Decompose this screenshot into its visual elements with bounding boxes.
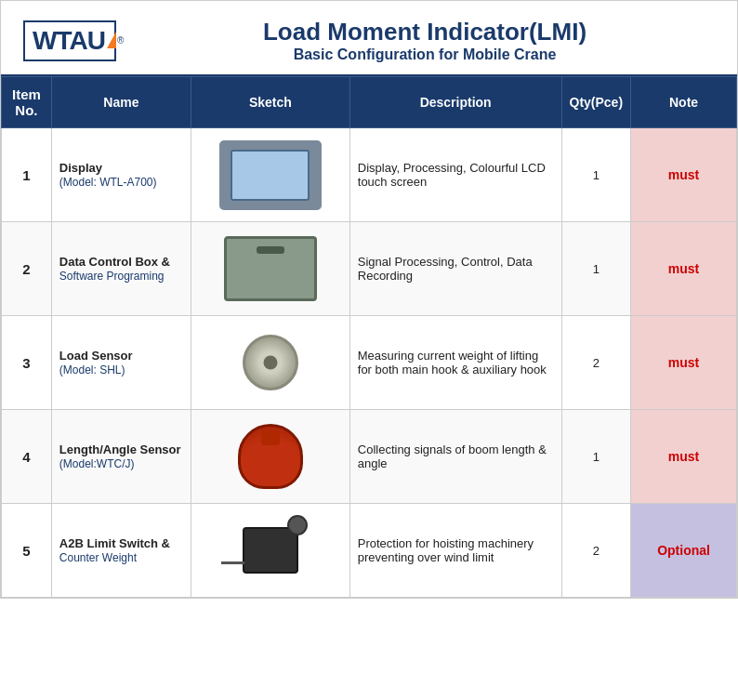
cell-name-model: (Model: WTL-A700) — [59, 176, 157, 189]
cell-sketch — [191, 128, 349, 222]
table-row: 2 Data Control Box & Software Programing — [2, 222, 737, 316]
cell-name: A2B Limit Switch & Counter Weight — [51, 504, 191, 598]
box-handle — [257, 246, 284, 254]
cell-note: must — [631, 316, 737, 410]
col-header-item: Item No. — [2, 77, 52, 128]
table-container: Item No. Name Sketch Description Qty(Pce… — [1, 76, 737, 598]
logo-triangle-icon — [107, 32, 116, 48]
logo-text: WTAU — [33, 26, 105, 56]
cell-note: must — [631, 410, 737, 504]
switch-shape — [219, 516, 322, 586]
cell-note: must — [631, 222, 737, 316]
cell-name-model: (Model:WTC/J) — [59, 457, 135, 470]
switch-ball — [287, 515, 308, 535]
cell-note: must — [631, 128, 737, 222]
table-header-row: Item No. Name Sketch Description Qty(Pce… — [2, 77, 737, 128]
cell-name-bold: Data Control Box & — [59, 255, 170, 269]
sketch-switch — [210, 513, 331, 588]
display-shape — [219, 140, 322, 210]
cell-description: Display, Processing, Colourful LCD touch… — [349, 128, 561, 222]
sensor-drum — [243, 335, 298, 390]
switch-wire — [221, 561, 244, 564]
logo-area: WTAU ® — [23, 20, 135, 61]
cell-name-model: Counter Weight — [59, 551, 137, 564]
cell-qty: 2 — [561, 504, 631, 598]
cell-name-model: Software Programing — [59, 270, 165, 283]
col-header-note: Note — [631, 77, 737, 128]
sketch-sensor — [210, 325, 331, 400]
cell-description: Collecting signals of boom length & angl… — [349, 410, 561, 504]
cell-item-no: 2 — [2, 222, 52, 316]
cell-sketch — [191, 504, 349, 598]
sketch-display — [210, 138, 331, 212]
cell-name: Display (Model: WTL-A700) — [51, 128, 191, 222]
cell-sketch — [191, 316, 349, 410]
col-header-description: Description — [349, 77, 561, 128]
cell-note: Optional — [631, 504, 737, 598]
cell-qty: 2 — [561, 316, 631, 410]
logo-registered: ® — [117, 35, 124, 46]
cell-name: Data Control Box & Software Programing — [51, 222, 191, 316]
control-box — [224, 236, 317, 301]
cell-description: Measuring current weight of lifting for … — [349, 316, 561, 410]
table-row: 4 Length/Angle Sensor (Model:WTC/J) — [2, 410, 737, 504]
table-row: 1 Display (Model: WTL-A700) Display, Pro… — [2, 128, 737, 222]
cell-sketch — [191, 222, 349, 316]
cell-description: Protection for hoisting machinery preven… — [349, 504, 561, 598]
angle-top — [261, 431, 280, 445]
col-header-name: Name — [51, 77, 191, 128]
main-title: Load Moment Indicator(LMI) — [135, 18, 715, 46]
sketch-angle-sensor — [210, 419, 331, 494]
cell-name-bold: Load Sensor — [59, 349, 133, 363]
cell-name: Load Sensor (Model: SHL) — [51, 316, 191, 410]
sketch-box — [210, 231, 331, 306]
cell-qty: 1 — [561, 410, 631, 504]
cell-item-no: 3 — [2, 316, 52, 410]
cell-description: Signal Processing, Control, Data Recordi… — [349, 222, 561, 316]
header: WTAU ® Load Moment Indicator(LMI) Basic … — [1, 1, 737, 76]
cell-item-no: 5 — [2, 504, 52, 598]
angle-body — [238, 424, 303, 489]
cell-qty: 1 — [561, 222, 631, 316]
cell-name-model: (Model: SHL) — [59, 363, 125, 376]
box-shape — [224, 236, 317, 301]
page-container: WTAU ® Load Moment Indicator(LMI) Basic … — [0, 0, 738, 599]
cell-item-no: 4 — [2, 410, 52, 504]
sensor-shape — [224, 328, 317, 398]
cell-name-bold: A2B Limit Switch & — [59, 536, 170, 550]
switch-body — [243, 527, 298, 574]
cell-qty: 1 — [561, 128, 631, 222]
main-table: Item No. Name Sketch Description Qty(Pce… — [1, 76, 737, 598]
table-row: 5 A2B Limit Switch & Counter Weight — [2, 504, 737, 598]
col-header-qty: Qty(Pce) — [561, 77, 631, 128]
title-area: Load Moment Indicator(LMI) Basic Configu… — [135, 18, 715, 63]
table-row: 3 Load Sensor (Model: SHL) Measuring cur… — [2, 316, 737, 410]
cell-item-no: 1 — [2, 128, 52, 222]
display-screen — [231, 150, 310, 201]
angle-sensor-shape — [229, 422, 312, 492]
cell-name-bold: Length/Angle Sensor — [59, 442, 181, 456]
sub-title: Basic Configuration for Mobile Crane — [135, 46, 715, 63]
col-header-sketch: Sketch — [191, 77, 349, 128]
cell-name-bold: Display — [59, 161, 102, 175]
cell-name: Length/Angle Sensor (Model:WTC/J) — [51, 410, 191, 504]
cell-sketch — [191, 410, 349, 504]
logo-box: WTAU ® — [23, 20, 116, 61]
